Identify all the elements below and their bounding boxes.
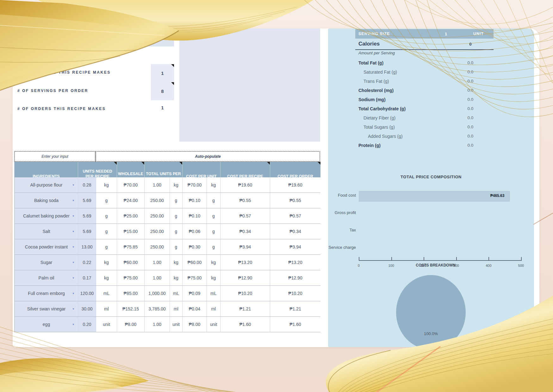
ingredient-cell[interactable]: egg▾ (15, 317, 78, 332)
table-cell-cost_per_unit[interactable]: ₱0.10 (182, 208, 207, 224)
table-cell-cost_unit[interactable]: mL (207, 286, 220, 301)
dropdown-icon[interactable]: ▾ (72, 214, 74, 217)
table-cell-package_units[interactable]: 250.00 (144, 224, 170, 239)
table-cell-wholesale_price[interactable]: ₱25.00 (117, 208, 144, 224)
dropdown-icon[interactable]: ▾ (72, 183, 74, 187)
ingredient-cell[interactable]: Full cream emborg▾ (15, 286, 78, 301)
table-cell-units_unit[interactable]: kg (96, 255, 117, 270)
table-cell-cost_per_unit[interactable]: ₱75.00 (182, 270, 207, 286)
servings-per-order-cell[interactable]: 8 (151, 82, 174, 100)
serving-size-value[interactable]: 1 (429, 32, 463, 36)
table-cell-package_units[interactable]: 250.00 (144, 193, 170, 208)
ingredient-cell[interactable]: All-purpose flour▾ (15, 177, 78, 193)
ingredient-cell[interactable]: Palm oil▾ (15, 270, 78, 286)
table-cell-cost_per_unit[interactable]: ₱0.09 (182, 286, 207, 301)
table-cell-cost_per_order[interactable]: ₱1.21 (270, 301, 320, 317)
table-cell-cost_unit[interactable]: unit (207, 317, 220, 332)
table-cell-cost_per_recipe[interactable]: ₱0.57 (220, 208, 270, 224)
table-cell-cost_per_order[interactable]: ₱3.94 (270, 239, 320, 255)
table-cell-cost_per_recipe[interactable]: ₱3.94 (220, 239, 270, 255)
table-cell-cost_per_recipe[interactable]: ₱12.90 (220, 270, 270, 286)
table-cell-package_unit[interactable]: g (170, 208, 182, 224)
table-cell-cost_unit[interactable]: kg (207, 255, 220, 270)
servings-recipe-makes-cell[interactable]: 1 (151, 64, 174, 82)
dropdown-icon[interactable]: ▾ (72, 261, 74, 264)
table-cell-units_needed[interactable]: 13.00 (78, 239, 96, 255)
table-cell-cost_unit[interactable]: ml (207, 301, 220, 317)
table-cell-units_needed[interactable]: 5.69 (78, 224, 96, 239)
table-cell-wholesale_price[interactable]: ₱152.15 (117, 301, 144, 317)
table-cell-cost_unit[interactable]: g (207, 239, 220, 255)
table-cell-cost_per_order[interactable]: ₱0.55 (270, 193, 320, 208)
ingredient-cell[interactable]: Salt▾ (15, 224, 78, 239)
table-cell-package_unit[interactable]: g (170, 193, 182, 208)
table-cell-cost_per_recipe[interactable]: ₱19.60 (220, 177, 270, 193)
table-cell-units_unit[interactable]: g (96, 239, 117, 255)
table-cell-cost_unit[interactable]: g (207, 224, 220, 239)
table-cell-cost_per_order[interactable]: ₱19.60 (270, 177, 320, 193)
table-cell-cost_per_unit[interactable]: ₱60.00 (182, 255, 207, 270)
table-cell-units_needed[interactable]: 0.28 (78, 177, 96, 193)
table-cell-units_needed[interactable]: 120.00 (78, 286, 96, 301)
table-cell-package_units[interactable]: 250.00 (144, 239, 170, 255)
table-cell-units_unit[interactable]: unit (96, 317, 117, 332)
table-cell-package_units[interactable]: 1.00 (144, 255, 170, 270)
table-cell-wholesale_price[interactable]: ₱24.00 (117, 193, 144, 208)
ingredient-cell[interactable]: Silver swan vinegar▾ (15, 301, 78, 317)
table-cell-cost_per_order[interactable]: ₱1.60 (270, 317, 320, 332)
dropdown-icon[interactable]: ▾ (72, 276, 74, 279)
dropdown-icon[interactable]: ▾ (72, 230, 74, 233)
table-cell-wholesale_price[interactable]: ₱15.00 (117, 224, 144, 239)
table-cell-units_unit[interactable]: g (96, 224, 117, 239)
table-cell-package_units[interactable]: 1.00 (144, 317, 170, 332)
table-cell-package_unit[interactable]: kg (170, 255, 182, 270)
table-cell-units_unit[interactable]: g (96, 193, 117, 208)
table-cell-units_needed[interactable]: 30.00 (78, 301, 96, 317)
table-cell-wholesale_price[interactable]: ₱8.00 (117, 317, 144, 332)
table-cell-cost_per_unit[interactable]: ₱0.30 (182, 239, 207, 255)
table-cell-cost_per_recipe[interactable]: ₱0.55 (220, 193, 270, 208)
table-cell-cost_per_unit[interactable]: ₱0.04 (182, 301, 207, 317)
table-cell-units_unit[interactable]: g (96, 208, 117, 224)
ingredient-cell[interactable]: Baking soda▾ (15, 193, 78, 208)
table-cell-cost_per_recipe[interactable]: ₱1.21 (220, 301, 270, 317)
ingredient-cell[interactable]: Sugar▾ (15, 255, 78, 270)
table-cell-package_units[interactable]: 1.00 (144, 270, 170, 286)
table-cell-cost_per_unit[interactable]: ₱70.00 (182, 177, 207, 193)
table-cell-wholesale_price[interactable]: ₱75.00 (117, 270, 144, 286)
table-cell-units_needed[interactable]: 5.69 (78, 208, 96, 224)
table-cell-cost_unit[interactable]: g (207, 208, 220, 224)
orders-recipe-makes-cell[interactable]: 1 (151, 105, 174, 110)
table-cell-cost_per_order[interactable]: ₱0.34 (270, 224, 320, 239)
table-cell-cost_per_recipe[interactable]: ₱10.20 (220, 286, 270, 301)
table-cell-wholesale_price[interactable]: ₱70.00 (117, 177, 144, 193)
table-cell-cost_per_recipe[interactable]: ₱13.20 (220, 255, 270, 270)
table-cell-package_unit[interactable]: unit (170, 317, 182, 332)
dropdown-icon[interactable]: ▾ (72, 292, 74, 295)
table-cell-cost_per_unit[interactable]: ₱0.10 (182, 193, 207, 208)
table-cell-package_units[interactable]: 1.00 (144, 177, 170, 193)
table-cell-cost_unit[interactable]: kg (207, 270, 220, 286)
recipe-name-cell[interactable]: Red velvet cake (79, 30, 174, 46)
table-cell-cost_unit[interactable]: kg (207, 177, 220, 193)
ingredient-cell[interactable]: Calumet baking powder▾ (15, 208, 78, 224)
table-cell-package_units[interactable]: 3,785.00 (144, 301, 170, 317)
table-cell-units_needed[interactable]: 0.22 (78, 255, 96, 270)
table-cell-package_unit[interactable]: mL (170, 286, 182, 301)
table-cell-package_units[interactable]: 250.00 (144, 208, 170, 224)
table-cell-units_unit[interactable]: ml (96, 301, 117, 317)
table-cell-cost_per_order[interactable]: ₱12.90 (270, 270, 320, 286)
dropdown-icon[interactable]: ▾ (72, 199, 74, 202)
table-cell-units_needed[interactable]: 5.69 (78, 193, 96, 208)
table-cell-units_unit[interactable]: kg (96, 177, 117, 193)
table-cell-package_units[interactable]: 1,000.00 (144, 286, 170, 301)
dropdown-icon[interactable]: ▾ (72, 307, 74, 310)
table-cell-wholesale_price[interactable]: ₱75.85 (117, 239, 144, 255)
table-cell-cost_unit[interactable]: g (207, 193, 220, 208)
table-cell-units_needed[interactable]: 0.17 (78, 270, 96, 286)
table-cell-cost_per_recipe[interactable]: ₱1.60 (220, 317, 270, 332)
table-cell-package_unit[interactable]: g (170, 239, 182, 255)
table-cell-wholesale_price[interactable]: ₱85.00 (117, 286, 144, 301)
table-cell-package_unit[interactable]: g (170, 224, 182, 239)
dropdown-icon[interactable]: ▾ (72, 245, 74, 248)
